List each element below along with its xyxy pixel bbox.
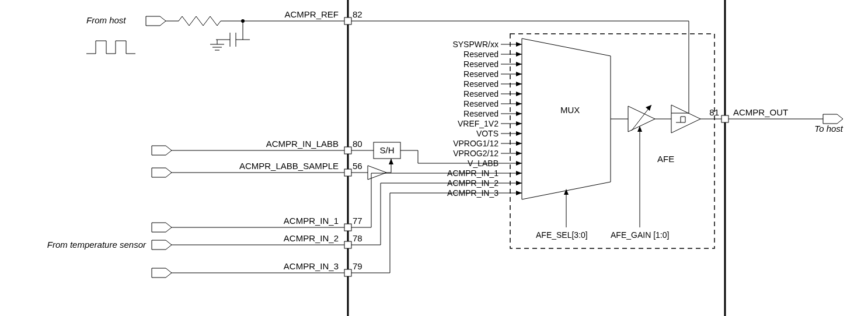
pin-sample: [344, 169, 351, 176]
mux-input-label: Reserved: [463, 109, 499, 118]
from-temp-label: From temperature sensor: [47, 240, 147, 250]
from-host-port: [146, 16, 166, 26]
mux-input-label: SYSPWR/xx: [452, 40, 499, 49]
in2-port: [152, 240, 172, 250]
pin-out: [721, 115, 728, 122]
in1-port: [152, 223, 172, 232]
pin-out-num: 81: [709, 107, 719, 117]
in3-port: [152, 268, 172, 278]
pin-in3-label: ACMPR_IN_3: [284, 261, 339, 271]
pin-in1-num: 77: [353, 216, 362, 226]
mux-label: MUX: [560, 105, 580, 115]
pin-in3: [344, 269, 351, 276]
resistor: [179, 16, 221, 26]
mux-input-label: VOTS: [476, 129, 499, 138]
pin-sample-num: 56: [353, 161, 362, 171]
pin-labb-num: 80: [353, 139, 362, 149]
mux-input-label: Reserved: [463, 99, 499, 108]
pulse-glyph: [86, 41, 135, 54]
pin-ref-num: 82: [353, 9, 362, 19]
pin-in2: [344, 241, 351, 248]
pin-ref: [344, 17, 351, 24]
pin-in1-label: ACMPR_IN_1: [284, 216, 339, 226]
pin-labb: [344, 147, 351, 154]
mux-input-label: Reserved: [463, 50, 499, 59]
mux-input-label: VPROG1/12: [453, 139, 499, 148]
pin-labb-label: ACMPR_IN_LABB: [266, 139, 339, 149]
comparator: [671, 105, 700, 133]
in-labb-port: [152, 146, 172, 155]
ground-icon: [210, 44, 224, 50]
afe-gain-label: AFE_GAIN [1:0]: [611, 230, 669, 240]
from-host-label: From host: [86, 15, 126, 25]
to-host-label: To host: [814, 124, 843, 134]
mux-inputs: SYSPWR/xxReservedReservedReservedReserve…: [447, 40, 522, 198]
mux-input-label: Reserved: [463, 89, 499, 99]
sh-label: S/H: [379, 145, 394, 155]
gain-amp: [628, 105, 655, 132]
pin-sample-label: ACMPR_LABB_SAMPLE: [239, 161, 339, 171]
schematic-diagram: From host ACMPR_REF 82 MUX SYSPWR/xxRese…: [0, 0, 868, 316]
pin-ref-label: ACMPR_REF: [284, 9, 339, 19]
pin-in2-num: 78: [353, 233, 362, 243]
pin-in1: [344, 224, 351, 231]
buffer: [368, 166, 386, 180]
mux-input-label: Reserved: [463, 69, 499, 79]
sample-port: [152, 168, 172, 177]
afe-label: AFE: [657, 154, 674, 164]
pin-in3-num: 79: [353, 261, 362, 271]
mux-input-label: Reserved: [463, 79, 499, 89]
pin-out-label: ACMPR_OUT: [733, 107, 788, 117]
pin-in2-label: ACMPR_IN_2: [284, 233, 339, 243]
afe-sel-label: AFE_SEL[3:0]: [536, 230, 588, 240]
to-host-port: [823, 114, 843, 124]
mux: [522, 38, 611, 199]
mux-input-label: VREF_1V2: [458, 119, 499, 128]
mux-input-label: Reserved: [463, 59, 499, 69]
mux-input-label: VPROG2/12: [453, 149, 499, 158]
